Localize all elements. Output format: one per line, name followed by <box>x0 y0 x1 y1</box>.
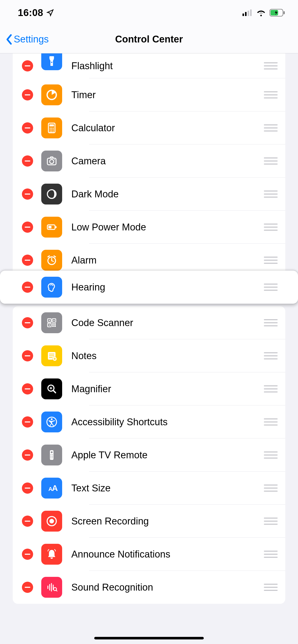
svg-rect-0 <box>242 13 244 16</box>
control-label: Notes <box>71 350 264 361</box>
control-row[interactable]: Notes <box>13 339 285 372</box>
drag-handle-icon[interactable] <box>264 516 278 527</box>
drag-handle-icon[interactable] <box>264 582 278 593</box>
timer-icon <box>41 84 62 105</box>
drag-handle-icon[interactable] <box>264 188 278 200</box>
remove-button[interactable] <box>22 317 33 328</box>
magnifier-icon <box>41 378 62 399</box>
control-row[interactable]: Announce Notifications <box>13 538 285 571</box>
location-icon <box>46 9 54 17</box>
control-row[interactable]: Screen Recording <box>13 505 285 538</box>
nav-bar: Settings Control Center <box>0 25 298 53</box>
remove-button[interactable] <box>22 482 33 494</box>
drag-handle-icon[interactable] <box>264 482 278 494</box>
page-title: Control Center <box>115 34 183 45</box>
battery-icon <box>269 9 285 17</box>
waveform-icon <box>41 577 62 598</box>
control-row[interactable]: Text Size <box>13 472 285 505</box>
cellular-icon <box>242 9 253 16</box>
drag-handle-icon[interactable] <box>264 449 278 461</box>
control-row[interactable]: Hearing <box>13 271 285 304</box>
drag-handle-icon[interactable] <box>264 89 278 100</box>
drag-handle-icon[interactable] <box>264 155 278 167</box>
drag-handle-icon[interactable] <box>264 317 278 328</box>
remote-icon <box>41 445 62 465</box>
drag-handle-icon[interactable] <box>264 350 278 361</box>
controls-group: FlashlightTimerCalculatorCameraDark Mode… <box>13 53 285 277</box>
drag-handle-icon[interactable] <box>264 416 278 428</box>
ear-icon <box>41 277 62 298</box>
status-bar: 16:08 <box>0 0 298 25</box>
control-row[interactable]: Low Power Mode <box>13 211 285 244</box>
control-row[interactable]: Apple TV Remote <box>13 438 285 472</box>
control-label: Apple TV Remote <box>71 450 264 461</box>
controls-group: Code ScannerNotesMagnifierAccessibility … <box>13 306 285 604</box>
control-row[interactable]: Accessibility Shortcuts <box>13 405 285 438</box>
remove-button[interactable] <box>22 350 33 361</box>
bell-icon <box>41 544 62 565</box>
remove-button[interactable] <box>22 222 33 233</box>
drag-handle-icon[interactable] <box>264 60 278 71</box>
remove-button[interactable] <box>22 516 33 527</box>
control-row[interactable]: Magnifier <box>13 372 285 405</box>
remove-button[interactable] <box>22 255 33 266</box>
control-label: Hearing <box>71 282 264 293</box>
remove-button[interactable] <box>22 60 33 71</box>
control-row[interactable]: Timer <box>13 78 285 111</box>
record-icon <box>41 511 62 532</box>
control-label: Calculator <box>71 123 264 134</box>
control-label: Flashlight <box>71 61 264 71</box>
control-label: Camera <box>71 156 264 167</box>
control-row[interactable]: Camera <box>13 144 285 178</box>
control-label: Timer <box>71 90 264 100</box>
control-label: Announce Notifications <box>71 549 264 560</box>
control-label: Text Size <box>71 483 264 494</box>
remove-button[interactable] <box>22 449 33 461</box>
back-label: Settings <box>14 34 49 45</box>
control-label: Low Power Mode <box>71 222 264 233</box>
control-row[interactable]: Dark Mode <box>13 178 285 211</box>
remove-button[interactable] <box>22 416 33 428</box>
status-time: 16:08 <box>18 7 43 18</box>
calculator-icon <box>41 118 62 138</box>
control-label: Dark Mode <box>71 189 264 200</box>
drag-handle-icon[interactable] <box>264 549 278 560</box>
battery-icon <box>41 217 62 238</box>
drag-handle-icon[interactable] <box>264 282 278 293</box>
back-button[interactable]: Settings <box>0 34 49 45</box>
remove-button[interactable] <box>22 282 33 293</box>
flashlight-icon <box>41 53 62 70</box>
control-row[interactable]: Sound Recognition <box>13 571 285 604</box>
home-indicator <box>94 637 204 639</box>
drag-handle-icon[interactable] <box>264 255 278 266</box>
control-label: Screen Recording <box>71 516 264 527</box>
svg-rect-1 <box>245 12 247 16</box>
remove-button[interactable] <box>22 383 33 394</box>
qrcode-icon <box>41 312 62 333</box>
drag-handle-icon[interactable] <box>264 222 278 233</box>
status-left: 16:08 <box>18 7 54 18</box>
remove-button[interactable] <box>22 89 33 100</box>
chevron-left-icon <box>5 34 13 45</box>
control-row[interactable]: Flashlight <box>13 53 285 78</box>
control-label: Sound Recognition <box>71 582 264 593</box>
control-row[interactable]: Calculator <box>13 111 285 144</box>
remove-button[interactable] <box>22 188 33 200</box>
svg-rect-6 <box>283 11 285 14</box>
alarm-icon <box>41 250 62 271</box>
remove-button[interactable] <box>22 549 33 560</box>
drag-handle-icon[interactable] <box>264 383 278 394</box>
darkmode-icon <box>41 184 62 204</box>
control-row[interactable]: Code Scanner <box>13 306 285 339</box>
camera-icon <box>41 151 62 171</box>
notes-icon <box>41 345 62 366</box>
remove-button[interactable] <box>22 122 33 134</box>
control-label: Magnifier <box>71 384 264 394</box>
wifi-icon <box>256 9 266 16</box>
remove-button[interactable] <box>22 582 33 593</box>
drag-handle-icon[interactable] <box>264 122 278 134</box>
status-right <box>242 9 285 17</box>
control-label: Alarm <box>71 255 264 266</box>
remove-button[interactable] <box>22 155 33 167</box>
dragging-row-group: Hearing <box>0 271 298 304</box>
